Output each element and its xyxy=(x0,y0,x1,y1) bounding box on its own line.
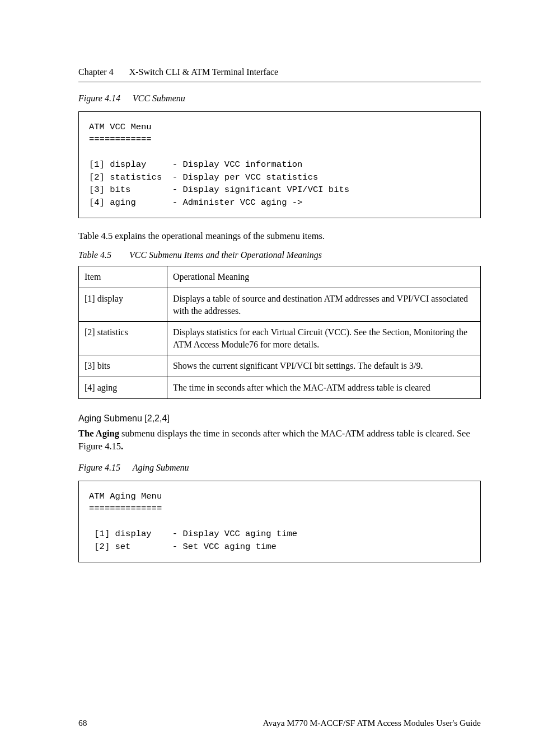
cell-meaning: The time in seconds after which the MAC-… xyxy=(167,377,480,398)
page-footer: 68 Avaya M770 M-ACCF/SF ATM Access Modul… xyxy=(78,718,481,728)
figure-4-14-caption: Figure 4.14 VCC Submenu xyxy=(78,93,481,104)
figure-title: VCC Submenu xyxy=(133,93,185,103)
table-title: VCC Submenu Items and their Operational … xyxy=(129,250,322,260)
aging-submenu-heading: Aging Submenu [2,2,4] xyxy=(78,414,481,424)
doc-title-footer: Avaya M770 M-ACCF/SF ATM Access Modules … xyxy=(263,718,481,728)
aging-bold-lead: The Aging xyxy=(78,428,119,439)
figure-number: Figure 4.14 xyxy=(78,93,120,103)
cell-meaning: Displays statistics for each Virtual Cir… xyxy=(167,322,480,355)
aging-submenu-codebox: ATM Aging Menu ============== [1] displa… xyxy=(78,481,481,562)
table-row: [4] aging The time in seconds after whic… xyxy=(79,377,481,398)
chapter-label: Chapter 4 xyxy=(78,67,114,77)
table-row: [3] bits Shows the current significant V… xyxy=(79,355,481,377)
figure-title: Aging Submenu xyxy=(133,463,189,472)
chapter-header: Chapter 4 X-Switch CLI & ATM Terminal In… xyxy=(78,67,481,77)
table-header-row: Item Operational Meaning xyxy=(79,266,481,288)
table-4-5-caption: Table 4.5 VCC Submenu Items and their Op… xyxy=(78,250,481,260)
aging-paragraph: The Aging submenu displays the time in s… xyxy=(78,427,481,453)
cell-item: [4] aging xyxy=(79,377,167,398)
cell-meaning: Displays a table of source and destinati… xyxy=(167,288,480,321)
figure-number: Figure 4.15 xyxy=(78,463,120,472)
table-row: [1] display Displays a table of source a… xyxy=(79,288,481,321)
page-number: 68 xyxy=(78,718,87,728)
cell-meaning: Shows the current significant VPI/VCI bi… xyxy=(167,355,480,377)
aging-paragraph-body: submenu displays the time in seconds aft… xyxy=(78,428,470,452)
table-row: [2] statistics Displays statistics for e… xyxy=(79,322,481,355)
cell-item: [1] display xyxy=(79,288,167,321)
header-rule xyxy=(78,82,481,82)
col-header-meaning: Operational Meaning xyxy=(167,266,480,288)
table-number: Table 4.5 xyxy=(78,250,111,260)
cell-item: [3] bits xyxy=(79,355,167,377)
table-intro-paragraph: Table 4.5 explains the operational meani… xyxy=(78,229,481,242)
cell-item: [2] statistics xyxy=(79,322,167,355)
vcc-submenu-codebox: ATM VCC Menu ============ [1] display - … xyxy=(78,111,481,218)
aging-trailing-period: . xyxy=(121,441,123,452)
col-header-item: Item xyxy=(79,266,167,288)
vcc-submenu-table: Item Operational Meaning [1] display Dis… xyxy=(78,266,481,398)
figure-4-15-caption: Figure 4.15 Aging Submenu xyxy=(78,463,481,473)
chapter-title: X-Switch CLI & ATM Terminal Interface xyxy=(129,67,279,77)
